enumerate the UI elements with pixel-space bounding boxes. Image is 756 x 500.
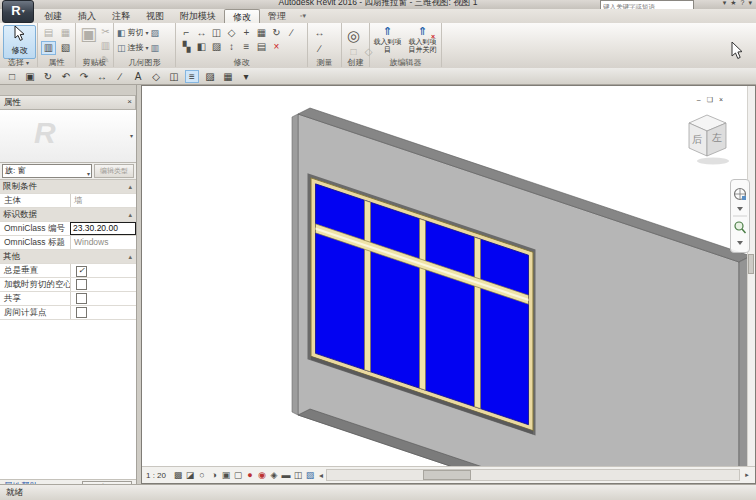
tab-create[interactable]: 创建	[36, 9, 70, 23]
thin-lines-icon[interactable]: ≡	[185, 70, 199, 83]
omniclass-number-field[interactable]: 23.30.20.00	[70, 222, 136, 235]
worksharing-icon[interactable]: ◫	[292, 470, 304, 480]
help-dropdown-icon[interactable]: ▾	[748, 0, 752, 7]
show-constraints-icon[interactable]: ▬	[280, 470, 292, 480]
search-dropdown-icon[interactable]: ▾	[723, 0, 727, 7]
3d-wall-model[interactable]	[142, 86, 755, 468]
rotate-icon[interactable]: ↻	[269, 26, 284, 40]
tab-modify[interactable]: 修改	[224, 9, 260, 23]
join-geometry-button[interactable]: ◫ 连接▾ ▥	[117, 42, 159, 53]
type-selector-dropdown-icon[interactable]: ▾	[130, 132, 133, 139]
collapse-arrow-icon[interactable]: ◂	[319, 471, 323, 480]
mirror-axis-icon[interactable]: ◫	[209, 26, 224, 40]
copy-icon[interactable]: ▦	[254, 26, 269, 40]
show-rendering-icon[interactable]: ▣	[220, 470, 232, 480]
section-other[interactable]: 其他 ▴	[0, 250, 136, 264]
measure-icon[interactable]: ↔	[95, 70, 109, 83]
cut-to-clipboard-icon[interactable]: ✂	[98, 25, 113, 39]
window-mullion-3[interactable]	[475, 237, 481, 409]
aligned-dimension-icon[interactable]: ∕	[113, 70, 127, 83]
window-mullion-2[interactable]	[420, 219, 426, 391]
switch-windows-icon[interactable]: ▦	[221, 70, 235, 83]
sun-path-icon[interactable]: ○	[196, 470, 208, 480]
split-icon[interactable]: ▚	[179, 40, 194, 54]
checkbox[interactable]	[76, 307, 87, 318]
cut-geometry-button[interactable]: ◧ 剪切▾ ▨	[117, 27, 159, 38]
tab-view[interactable]: 视图	[138, 9, 172, 23]
reveal-hidden-icon[interactable]: ◉	[256, 470, 268, 480]
horizontal-scrollbar-thumb[interactable]	[423, 470, 471, 480]
load-into-project-close-button[interactable]: ⇑× 载入到项目并关闭	[406, 25, 439, 57]
wheel-dropdown-icon[interactable]	[737, 207, 743, 211]
type-selector[interactable]: 族: 窗 ▾	[2, 164, 92, 178]
align-icon[interactable]: ⌐	[179, 26, 194, 40]
wall-left-edge[interactable]	[292, 114, 298, 415]
dimension-tool-icon[interactable]: ∕	[312, 42, 327, 56]
offset-icon[interactable]: ↔	[194, 26, 209, 40]
collapse-icon[interactable]: ▴	[128, 250, 132, 263]
section-identity-data[interactable]: 标识数据 ▴	[0, 208, 136, 222]
navigation-bar[interactable]	[730, 179, 750, 253]
properties-icon[interactable]: ▥	[41, 41, 56, 55]
detail-level-icon[interactable]: ▩	[172, 470, 184, 480]
temporary-view-icon[interactable]: ◈	[268, 470, 280, 480]
create-group-icon[interactable]: ◎	[347, 27, 360, 45]
section-constraints[interactable]: 限制条件 ▴	[0, 180, 136, 194]
zoom-dropdown-icon[interactable]	[737, 241, 743, 245]
checkbox[interactable]	[76, 279, 87, 290]
ribbon-state-dropdown-icon[interactable]: ▫▾	[300, 9, 306, 23]
favorites-icon[interactable]: ★	[730, 0, 736, 7]
palette-header[interactable]: 属性 ×	[0, 95, 136, 110]
default-3d-view-icon[interactable]: ◇	[149, 70, 163, 83]
tab-insert[interactable]: 插入	[70, 9, 104, 23]
collapse-icon[interactable]: ▴	[128, 180, 132, 193]
customize-qat-icon[interactable]: ▾	[239, 70, 253, 83]
text-icon[interactable]: A	[131, 70, 145, 83]
load-into-project-button[interactable]: ⇑ 载入到项目	[371, 25, 404, 57]
unpin-icon[interactable]: ≡	[239, 40, 254, 54]
window-mullion-1[interactable]	[365, 200, 371, 372]
scale-icon[interactable]: ▨	[209, 40, 224, 54]
group-icon[interactable]: □	[346, 45, 361, 59]
trim-icon[interactable]: ∕	[284, 26, 299, 40]
checkbox[interactable]	[76, 293, 87, 304]
undo-icon[interactable]: ↶	[59, 70, 73, 83]
analytical-model-icon[interactable]: ▨	[304, 470, 316, 480]
shadows-icon[interactable]: ◑	[208, 470, 220, 480]
close-icon[interactable]: ×	[127, 96, 132, 108]
vertical-scrollbar[interactable]	[747, 86, 755, 468]
close-hidden-windows-icon[interactable]: ▨	[203, 70, 217, 83]
collapse-icon[interactable]: ▴	[128, 208, 132, 221]
copy-to-clipboard-icon[interactable]: ▥	[98, 39, 113, 53]
help-icon[interactable]: ?	[741, 0, 745, 7]
zoom-icon[interactable]	[735, 222, 743, 230]
family-types-icon[interactable]: ▤	[41, 26, 56, 40]
trim-multi-icon[interactable]: ▤	[254, 40, 269, 54]
tab-annotate[interactable]: 注释	[104, 9, 138, 23]
delete-icon[interactable]: ×	[269, 40, 284, 54]
sync-icon[interactable]: ↻	[41, 70, 55, 83]
crop-view-icon[interactable]: ▢	[232, 470, 244, 480]
section-icon[interactable]: ◫	[167, 70, 181, 83]
open-icon[interactable]: □	[5, 70, 19, 83]
tab-manage[interactable]: 管理	[260, 9, 294, 23]
edit-type-button[interactable]: 编辑类型	[94, 164, 134, 178]
vertical-scrollbar-thumb[interactable]	[748, 254, 754, 274]
temporary-hide-icon[interactable]: ●	[244, 470, 256, 480]
view-scale[interactable]: 1 : 20	[146, 471, 166, 480]
pin-icon[interactable]: ↕	[224, 40, 239, 54]
type-preview[interactable]: R ▾	[0, 110, 136, 163]
mirror-pick-icon[interactable]: ◇	[224, 26, 239, 40]
minimize-view-icon[interactable]: –	[697, 96, 701, 104]
modify-select-button[interactable]: 修改	[3, 25, 36, 59]
family-category-icon[interactable]: ▦	[58, 26, 73, 40]
demolish-icon[interactable]: ▥	[151, 43, 160, 53]
close-view-icon[interactable]: ×	[719, 96, 723, 104]
array-icon[interactable]: ◧	[194, 40, 209, 54]
save-icon[interactable]: ▣	[23, 70, 37, 83]
paste-icon[interactable]: ▣	[80, 27, 95, 41]
visual-style-icon[interactable]: ◪	[184, 470, 196, 480]
redo-icon[interactable]: ↷	[77, 70, 91, 83]
measure-tool-icon[interactable]: ↔	[312, 26, 327, 40]
application-menu-button[interactable]: R▾	[2, 0, 34, 23]
